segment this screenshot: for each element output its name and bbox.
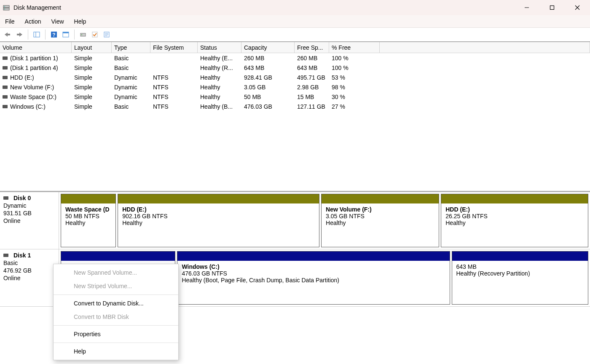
svg-point-2	[4, 6, 5, 7]
volume-name: (Disk 1 partition 1)	[10, 55, 58, 62]
settings-button[interactable]	[90, 29, 100, 40]
context-menu-properties[interactable]: Properties	[54, 327, 178, 341]
disk-label[interactable]: Disk 1Basic476.92 GBOnline	[0, 249, 59, 306]
properties-button[interactable]	[102, 29, 112, 40]
volume-row[interactable]: Windows (C:)SimpleBasicNTFSHealthy (B...…	[0, 102, 590, 111]
toolbar: ?	[0, 28, 590, 42]
col-header-fs[interactable]: File System	[150, 42, 198, 53]
disk-type: Basic	[3, 260, 55, 266]
menu-action[interactable]: Action	[25, 18, 41, 25]
volume-row[interactable]: HDD (E:)SimpleDynamicNTFSHealthy928.41 G…	[0, 72, 590, 82]
svg-rect-17	[63, 32, 69, 33]
context-menu-new-spanned: New Spanned Volume...	[54, 266, 178, 279]
partition-header	[177, 252, 449, 261]
volume-status: Healthy	[198, 92, 241, 102]
volume-fs	[150, 63, 198, 72]
partition-size: 50 MB NTFS	[65, 213, 111, 219]
forward-button[interactable]	[14, 29, 24, 40]
partition-status: Healthy (Boot, Page File, Crash Dump, Ba…	[182, 277, 445, 284]
volume-row[interactable]: (Disk 1 partition 1)SimpleBasicHealthy (…	[0, 53, 590, 63]
help-button[interactable]: ?	[49, 29, 59, 40]
volume-type: Dynamic	[112, 92, 150, 102]
volume-capacity: 3.05 GB	[241, 82, 295, 92]
volume-icon	[3, 56, 8, 60]
maximize-button[interactable]	[539, 0, 565, 15]
context-menu-separator	[54, 294, 178, 295]
partition[interactable]: HDD (E:)902.16 GB NTFSHealthy	[118, 194, 319, 247]
partition-header	[61, 252, 175, 261]
partition-header	[118, 194, 319, 203]
col-header-free[interactable]: Free Sp...	[295, 42, 329, 53]
close-button[interactable]	[565, 0, 590, 15]
context-menu-help[interactable]: Help	[54, 345, 178, 358]
volume-fs: NTFS	[150, 82, 198, 92]
partition-name: HDD (E:)	[445, 206, 584, 213]
back-button[interactable]	[3, 29, 13, 40]
volume-free: 643 MB	[295, 63, 329, 72]
col-header-layout[interactable]: Layout	[72, 42, 112, 53]
partition[interactable]: Waste Space (D50 MB NTFSHealthy	[61, 194, 116, 247]
toolbar-separator	[74, 29, 75, 40]
partition-status: Healthy	[326, 219, 434, 226]
volume-fs	[150, 53, 198, 63]
svg-text:?: ?	[52, 32, 55, 38]
svg-point-19	[81, 35, 82, 35]
volume-list[interactable]: (Disk 1 partition 1)SimpleBasicHealthy (…	[0, 53, 590, 192]
menu-view[interactable]: View	[51, 18, 64, 25]
context-menu-convert-dynamic[interactable]: Convert to Dynamic Disk...	[54, 297, 178, 310]
partition-status: Healthy	[65, 219, 111, 226]
col-header-volume[interactable]: Volume	[0, 42, 72, 53]
disk-row: Disk 0Dynamic931.51 GBOnlineWaste Space …	[0, 192, 590, 249]
volume-icon	[3, 95, 8, 99]
volume-type: Dynamic	[112, 72, 150, 82]
volume-free: 15 MB	[295, 92, 329, 102]
partition[interactable]: New Volume (F:)3.05 GB NTFSHealthy	[321, 194, 439, 247]
volume-fs: NTFS	[150, 92, 198, 102]
volume-capacity: 643 MB	[241, 63, 295, 72]
disk-name: Disk 0	[13, 195, 31, 201]
partition-header	[441, 194, 588, 203]
partition-name: Windows (C:)	[182, 263, 445, 270]
svg-rect-11	[17, 34, 19, 35]
menu-file[interactable]: File	[5, 18, 15, 25]
showhide-console-button[interactable]	[32, 29, 42, 40]
volume-row[interactable]: New Volume (F:)SimpleDynamicNTFSHealthy3…	[0, 82, 590, 92]
volume-free: 260 MB	[295, 53, 329, 63]
volume-row[interactable]: Waste Space (D:)SimpleDynamicNTFSHealthy…	[0, 92, 590, 102]
minimize-button[interactable]	[514, 0, 539, 15]
action-list-button[interactable]	[61, 29, 71, 40]
col-header-rest	[380, 42, 590, 53]
partition-size: 902.16 GB NTFS	[122, 213, 315, 219]
partition-status: Healthy	[445, 219, 584, 226]
partition-size: 3.05 GB NTFS	[326, 213, 434, 219]
col-header-status[interactable]: Status	[198, 42, 241, 53]
volume-capacity: 928.41 GB	[241, 72, 295, 82]
volume-layout: Simple	[72, 63, 112, 72]
svg-rect-9	[8, 34, 10, 35]
col-header-pfree[interactable]: % Free	[329, 42, 380, 53]
svg-rect-5	[550, 6, 554, 10]
volume-name: (Disk 1 partition 4)	[10, 64, 58, 71]
disk-label[interactable]: Disk 0Dynamic931.51 GBOnline	[0, 192, 59, 249]
volume-pfree: 98 %	[329, 82, 380, 92]
volume-type: Basic	[112, 102, 150, 111]
svg-marker-8	[5, 32, 8, 37]
context-menu: New Spanned Volume... New Striped Volume…	[53, 264, 179, 360]
volume-fs: NTFS	[150, 102, 198, 111]
volume-status: Healthy (R...	[198, 63, 241, 72]
partition[interactable]: 643 MBHealthy (Recovery Partition)	[452, 251, 589, 305]
window-titlebar: Disk Management	[0, 0, 590, 15]
volume-layout: Simple	[72, 92, 112, 102]
volume-type: Basic	[112, 53, 150, 63]
volume-row[interactable]: (Disk 1 partition 4)SimpleBasicHealthy (…	[0, 63, 590, 72]
disk-status: Online	[3, 275, 55, 281]
volume-free: 495.71 GB	[295, 72, 329, 82]
col-header-type[interactable]: Type	[112, 42, 150, 53]
menu-help[interactable]: Help	[74, 18, 86, 25]
volume-free: 127.11 GB	[295, 102, 329, 111]
col-header-capacity[interactable]: Capacity	[241, 42, 295, 53]
partition[interactable]: Windows (C:)476.03 GB NTFSHealthy (Boot,…	[177, 251, 450, 305]
partition[interactable]: HDD (E:)26.25 GB NTFSHealthy	[441, 194, 588, 247]
refresh-button[interactable]	[78, 29, 88, 40]
partition-status: Healthy (Recovery Partition)	[456, 270, 584, 277]
